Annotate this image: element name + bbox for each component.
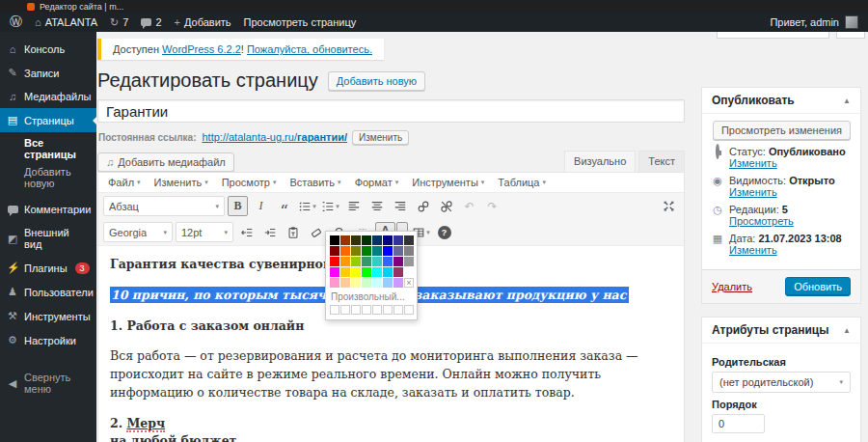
tab-visual[interactable]: Визуально	[564, 151, 636, 173]
color-swatch[interactable]	[340, 246, 350, 256]
merch-link[interactable]: Мерч	[126, 416, 165, 432]
align-right-button[interactable]	[390, 196, 410, 216]
color-swatch[interactable]	[404, 257, 414, 266]
sidebar-collapse-menu[interactable]: ◀ Свернуть меню	[0, 366, 96, 401]
paste-as-text-button[interactable]	[283, 222, 303, 242]
help-tab[interactable]	[836, 32, 865, 39]
edit-date-link[interactable]: Изменить	[729, 244, 777, 256]
update-version-link[interactable]: WordPress 6.2.2	[162, 43, 241, 55]
color-swatch[interactable]	[362, 235, 371, 245]
edit-permalink-button[interactable]: Изменить	[352, 130, 409, 145]
color-swatch[interactable]	[393, 257, 403, 266]
sidebar-item-posts[interactable]: ✎ Записи	[0, 61, 96, 85]
color-swatch[interactable]	[372, 246, 382, 256]
post-title-input[interactable]	[97, 99, 685, 123]
color-swatch[interactable]	[362, 267, 371, 277]
custom-color-slot[interactable]	[362, 305, 371, 315]
numbered-list-button[interactable]: ▾	[320, 196, 340, 216]
color-swatch[interactable]	[372, 278, 382, 288]
admin-bar-view-page[interactable]: Просмотреть страницу	[244, 16, 357, 28]
collapse-toggle-icon[interactable]: ▲	[843, 326, 851, 335]
menu-tools[interactable]: Инструменты▾	[405, 175, 491, 190]
color-swatch[interactable]	[372, 257, 382, 266]
custom-color-slot[interactable]	[340, 305, 350, 315]
publish-panel-header[interactable]: Опубликовать ▲	[702, 88, 860, 114]
parent-page-select[interactable]: (нет родительской) ▾	[712, 372, 851, 393]
color-swatch[interactable]	[383, 267, 393, 277]
color-swatch[interactable]	[393, 235, 403, 245]
menu-file[interactable]: Файл▾	[101, 175, 148, 190]
font-family-select[interactable]: Georgia▾	[103, 222, 173, 242]
color-swatch[interactable]	[383, 235, 393, 245]
color-swatch[interactable]	[383, 246, 393, 256]
menu-order-input[interactable]	[712, 414, 765, 433]
italic-button[interactable]: I	[251, 196, 271, 216]
user-avatar[interactable]	[845, 15, 858, 29]
update-button[interactable]: Обновить	[785, 277, 851, 296]
custom-color-link[interactable]: Произвольный...	[331, 291, 412, 302]
color-swatch[interactable]	[393, 278, 403, 288]
add-new-button[interactable]: Добавить новую	[328, 71, 425, 91]
color-swatch[interactable]	[351, 235, 361, 245]
color-swatch[interactable]	[351, 267, 361, 277]
custom-color-slot[interactable]	[330, 305, 339, 315]
color-swatch[interactable]	[393, 267, 403, 277]
undo-button[interactable]: ↶	[459, 196, 479, 216]
color-swatch[interactable]	[330, 246, 339, 256]
color-swatch[interactable]	[351, 246, 361, 256]
color-swatch[interactable]	[340, 267, 350, 277]
sidebar-item-comments[interactable]: Комментарии 2	[0, 198, 96, 221]
custom-color-slot[interactable]	[372, 305, 382, 315]
color-swatch[interactable]	[351, 278, 361, 288]
add-media-button[interactable]: ♫ Добавить медиафайл	[97, 152, 234, 172]
admin-bar-site[interactable]: ⌂ ATALANTA	[35, 16, 97, 28]
menu-view[interactable]: Просмотр▾	[215, 175, 284, 190]
submenu-all-pages[interactable]: Все страницы	[0, 134, 96, 163]
fullscreen-button[interactable]	[659, 196, 679, 216]
menu-format[interactable]: Формат▾	[348, 175, 406, 190]
color-swatch[interactable]	[393, 246, 403, 256]
admin-bar-new[interactable]: + Добавить	[175, 16, 231, 28]
color-swatch[interactable]	[383, 257, 393, 266]
sidebar-item-pages[interactable]: ▤ Страницы	[0, 108, 96, 132]
page-attributes-header[interactable]: Атрибуты страницы ▲	[702, 318, 860, 344]
please-update-link[interactable]: Пожалуйста, обновитесь.	[247, 43, 372, 55]
redo-button[interactable]: ↷	[482, 196, 502, 216]
blockquote-button[interactable]: “	[274, 196, 294, 216]
browse-revisions-link[interactable]: Просмотреть	[729, 215, 794, 227]
sidebar-item-tools[interactable]: ⚒ Инструменты	[0, 304, 96, 328]
color-swatch[interactable]	[330, 278, 339, 288]
bullet-list-button[interactable]: ▾	[297, 196, 317, 216]
align-center-button[interactable]	[366, 196, 387, 216]
color-swatch[interactable]	[362, 246, 371, 256]
color-swatch[interactable]	[404, 246, 414, 256]
color-swatch[interactable]	[330, 257, 339, 266]
color-swatch[interactable]	[362, 257, 371, 266]
format-select[interactable]: Абзац▾	[103, 196, 225, 216]
color-swatch[interactable]	[330, 267, 339, 277]
edit-visibility-link[interactable]: Изменить	[729, 186, 777, 198]
color-swatch[interactable]	[340, 235, 350, 245]
color-swatch[interactable]	[351, 257, 361, 266]
collapse-toggle-icon[interactable]: ▲	[843, 97, 851, 105]
bold-button[interactable]: B	[228, 196, 248, 216]
color-swatch[interactable]	[330, 235, 339, 245]
font-size-select[interactable]: 12pt▾	[176, 222, 233, 242]
clear-formatting-button[interactable]	[306, 222, 326, 242]
color-swatch[interactable]	[383, 278, 393, 288]
color-swatch[interactable]	[404, 267, 414, 277]
sidebar-item-media[interactable]: ♫ Медиафайлы	[0, 85, 96, 108]
permalink-link[interactable]: http://atalanta-ug.ru/гарантии/	[202, 131, 347, 143]
custom-color-slot[interactable]	[351, 305, 361, 315]
color-swatch[interactable]	[340, 278, 350, 288]
sidebar-item-dashboard[interactable]: ⌂ Консоль	[0, 38, 96, 61]
custom-color-slot[interactable]	[393, 305, 403, 315]
screen-options-tab[interactable]	[717, 32, 829, 39]
color-swatch[interactable]	[340, 257, 350, 266]
indent-button[interactable]	[259, 222, 280, 242]
link-button[interactable]	[413, 196, 433, 216]
sidebar-item-appearance[interactable]: ◩ Внешний вид	[0, 221, 96, 256]
color-swatch[interactable]	[372, 267, 382, 277]
tab-text[interactable]: Текст	[638, 151, 685, 173]
sidebar-item-settings[interactable]: ⚙ Настройки	[0, 328, 96, 352]
